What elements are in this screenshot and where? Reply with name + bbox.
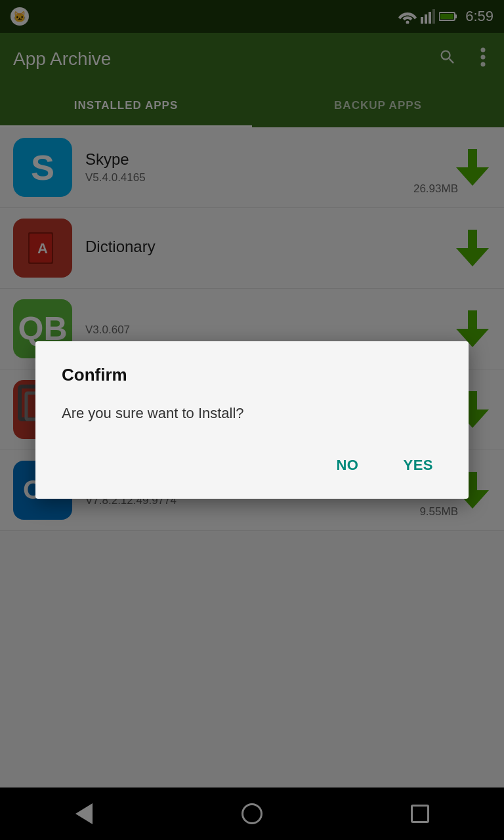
confirm-dialog: Confirm Are you sure want to Install? NO… — [35, 341, 469, 499]
yes-button[interactable]: YES — [394, 450, 442, 480]
dialog-title: Confirm — [62, 365, 442, 385]
no-button[interactable]: NO — [327, 450, 368, 480]
dialog-buttons: NO YES — [62, 450, 442, 480]
dialog-overlay: Confirm Are you sure want to Install? NO… — [0, 0, 504, 840]
dialog-message: Are you sure want to Install? — [62, 404, 442, 424]
